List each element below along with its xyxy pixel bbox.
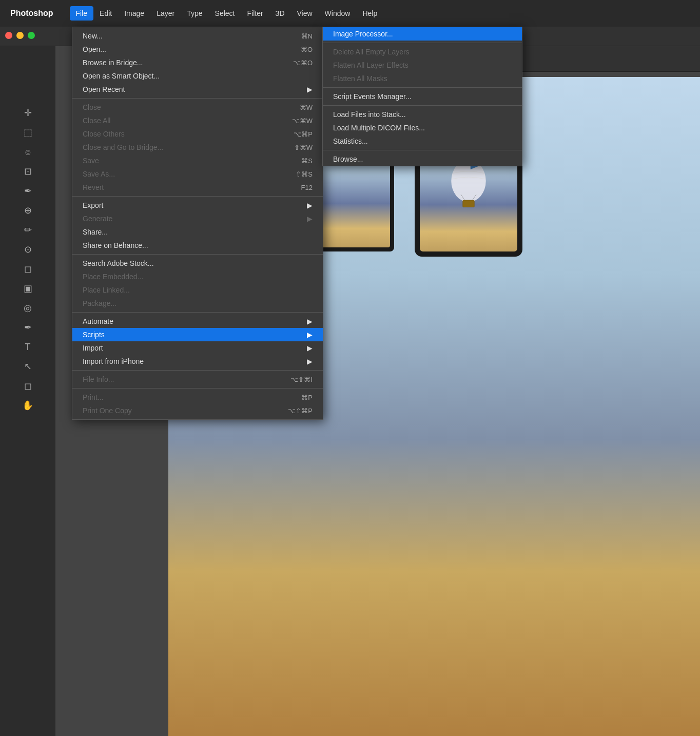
menu-close-others[interactable]: Close Others ⌥⌘P xyxy=(72,127,323,141)
menu-search-stock[interactable]: Search Adobe Stock... xyxy=(72,257,323,270)
menu-open[interactable]: Open... ⌘O xyxy=(72,43,323,56)
menu-file[interactable]: File xyxy=(70,6,94,21)
menu-generate[interactable]: Generate ▶ xyxy=(72,212,323,225)
hand-tool[interactable]: ✋ xyxy=(17,396,38,415)
menu-open-smart[interactable]: Open as Smart Object... xyxy=(72,69,323,83)
crop-tool[interactable]: ⊡ xyxy=(17,162,38,181)
menu-section-fileinfo: File Info... ⌥⇧⌘I xyxy=(72,371,323,389)
healing-tool[interactable]: ⊕ xyxy=(17,201,38,220)
menu-section-place: Search Adobe Stock... Place Embedded... … xyxy=(72,255,323,313)
menu-close[interactable]: Close ⌘W xyxy=(72,101,323,114)
menu-package[interactable]: Package... xyxy=(72,297,323,310)
menu-section-close: Close ⌘W Close All ⌥⌘W Close Others ⌥⌘P … xyxy=(72,99,323,197)
menu-import-iphone[interactable]: Import from iPhone ▶ xyxy=(72,355,323,368)
menu-print[interactable]: Print... ⌘P xyxy=(72,391,323,404)
scripts-load-dicom[interactable]: Load Multiple DICOM Files... xyxy=(323,121,522,134)
menu-edit[interactable]: Edit xyxy=(93,6,118,21)
menu-open-recent[interactable]: Open Recent ▶ xyxy=(72,83,323,96)
menu-import[interactable]: Import ▶ xyxy=(72,341,323,355)
menu-close-bridge[interactable]: Close and Go to Bridge... ⇧⌘W xyxy=(72,141,323,154)
scripts-load-files-stack[interactable]: Load Files into Stack... xyxy=(323,108,522,121)
menu-window[interactable]: Window xyxy=(319,6,357,21)
scripts-divider-3 xyxy=(323,105,522,106)
minimize-button[interactable] xyxy=(16,32,24,39)
menu-select[interactable]: Select xyxy=(209,6,241,21)
menu-place-embedded[interactable]: Place Embedded... xyxy=(72,270,323,283)
close-button[interactable] xyxy=(5,32,12,39)
menu-view[interactable]: View xyxy=(291,6,319,21)
tools-panel: ✛ ⬚ ⌾ ⊡ ✒ ⊕ ✏ ⊙ ◻ ▣ ◎ ✒ T ↖ ◻ ✋ xyxy=(0,46,55,736)
menu-save-as[interactable]: Save As... ⇧⌘S xyxy=(72,167,323,181)
burn-tool[interactable]: ◎ xyxy=(17,299,38,317)
menu-close-all[interactable]: Close All ⌥⌘W xyxy=(72,114,323,127)
app-name: Photoshop xyxy=(6,7,57,20)
scripts-divider-4 xyxy=(323,150,522,150)
file-menu-dropdown: New... ⌘N Open... ⌘O Browse in Bridge...… xyxy=(72,27,323,420)
menu-scripts[interactable]: Scripts ▶ xyxy=(72,328,323,341)
scripts-divider-1 xyxy=(323,43,522,43)
menu-file-info[interactable]: File Info... ⌥⇧⌘I xyxy=(72,373,323,386)
menu-layer[interactable]: Layer xyxy=(150,6,181,21)
brush-tool[interactable]: ✏ xyxy=(17,221,38,239)
text-tool[interactable]: T xyxy=(17,338,38,356)
window-controls xyxy=(5,32,35,39)
gradient-tool[interactable]: ▣ xyxy=(17,279,38,298)
scripts-image-processor[interactable]: Image Processor... xyxy=(323,27,522,41)
scripts-statistics[interactable]: Statistics... xyxy=(323,134,522,148)
scripts-browse[interactable]: Browse... xyxy=(323,152,522,166)
menu-export[interactable]: Export ▶ xyxy=(72,199,323,212)
menu-browse-bridge[interactable]: Browse in Bridge... ⌥⌘O xyxy=(72,56,323,69)
menu-new[interactable]: New... ⌘N xyxy=(72,29,323,43)
menu-automate[interactable]: Automate ▶ xyxy=(72,315,323,328)
menu-filter[interactable]: Filter xyxy=(241,6,269,21)
move-tool[interactable]: ✛ xyxy=(17,104,38,122)
menu-share[interactable]: Share... xyxy=(72,225,323,239)
menu-help[interactable]: Help xyxy=(356,6,383,21)
svg-rect-8 xyxy=(463,200,475,207)
menu-section-automate: Automate ▶ Scripts ▶ Import ▶ Import fro… xyxy=(72,313,323,371)
scripts-delete-empty-layers[interactable]: Delete All Empty Layers xyxy=(323,45,522,59)
menu-3d[interactable]: 3D xyxy=(269,6,291,21)
scripts-events-manager[interactable]: Script Events Manager... xyxy=(323,90,522,103)
menu-print-one[interactable]: Print One Copy ⌥⇧⌘P xyxy=(72,404,323,417)
maximize-button[interactable] xyxy=(28,32,35,39)
path-select-tool[interactable]: ↖ xyxy=(17,357,38,376)
eraser-tool[interactable]: ◻ xyxy=(17,260,38,278)
pen-tool[interactable]: ✒ xyxy=(17,318,38,337)
menu-section-export: Export ▶ Generate ▶ Share... Share on Be… xyxy=(72,197,323,255)
menu-image[interactable]: Image xyxy=(118,6,150,21)
menu-share-behance[interactable]: Share on Behance... xyxy=(72,239,323,252)
eyedropper-tool[interactable]: ✒ xyxy=(17,182,38,200)
scripts-flatten-layer-effects[interactable]: Flatten All Layer Effects xyxy=(323,59,522,72)
scripts-divider-2 xyxy=(323,87,522,88)
scripts-submenu: Image Processor... Delete All Empty Laye… xyxy=(322,27,522,166)
scripts-flatten-masks[interactable]: Flatten All Masks xyxy=(323,72,522,85)
menu-revert[interactable]: Revert F12 xyxy=(72,181,323,194)
menu-save[interactable]: Save ⌘S xyxy=(72,154,323,167)
menu-place-linked[interactable]: Place Linked... xyxy=(72,283,323,297)
marquee-tool[interactable]: ⬚ xyxy=(17,123,38,142)
menu-type[interactable]: Type xyxy=(181,6,208,21)
lasso-tool[interactable]: ⌾ xyxy=(17,143,38,161)
stamp-tool[interactable]: ⊙ xyxy=(17,240,38,259)
menu-bar: Photoshop File Edit Image Layer Type Sel… xyxy=(0,0,700,27)
shape-tool[interactable]: ◻ xyxy=(17,377,38,395)
menu-section-print: Print... ⌘P Print One Copy ⌥⇧⌘P xyxy=(72,389,323,419)
menu-section-open: New... ⌘N Open... ⌘O Browse in Bridge...… xyxy=(72,27,323,99)
